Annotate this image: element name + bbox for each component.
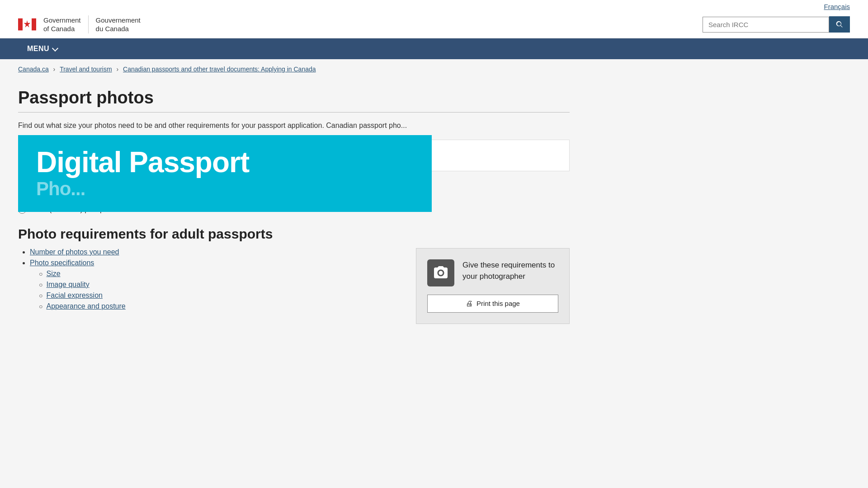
requirements-list: Number of photos you need Photo specific… bbox=[18, 248, 402, 310]
page-title: Passport photos bbox=[18, 88, 570, 108]
camera-icon bbox=[433, 265, 449, 281]
size-link[interactable]: Size bbox=[46, 270, 60, 278]
menu-button[interactable]: MENU bbox=[18, 38, 66, 59]
breadcrumb-separator-2: › bbox=[116, 66, 120, 73]
gov-name-fr-line1: Gouvernement bbox=[96, 16, 141, 25]
breadcrumb-separator-1: › bbox=[53, 66, 57, 73]
svg-rect-0 bbox=[18, 19, 23, 31]
image-quality-link[interactable]: Image quality bbox=[46, 281, 89, 289]
title-divider bbox=[18, 112, 570, 113]
photographer-card: Give these requirements to your photogra… bbox=[416, 248, 570, 324]
intro-text: Find out what size your photos need to b… bbox=[18, 120, 570, 131]
breadcrumb-item-1[interactable]: Canada.ca bbox=[18, 66, 49, 73]
list-item-photo-specs: Photo specifications Size Image quality … bbox=[30, 259, 402, 310]
gov-name-fr-line2: du Canada bbox=[96, 24, 141, 33]
sub-item-image-quality: Image quality bbox=[39, 281, 402, 289]
photo-specs-sublist: Size Image quality Facial expression App… bbox=[30, 270, 402, 310]
chevron-down-icon bbox=[52, 45, 58, 51]
sub-item-appearance-posture: Appearance and posture bbox=[39, 302, 402, 310]
banner-title: Digital Passport bbox=[36, 148, 414, 177]
svg-rect-1 bbox=[32, 19, 36, 31]
breadcrumb-item-3[interactable]: Canadian passports and other travel docu… bbox=[123, 66, 316, 73]
breadcrumb: Canada.ca › Travel and tourism › Canadia… bbox=[0, 59, 868, 79]
search-button[interactable] bbox=[829, 16, 850, 33]
appearance-posture-link[interactable]: Appearance and posture bbox=[46, 302, 125, 310]
canada-flag-icon bbox=[18, 15, 36, 33]
printer-icon: 🖨 bbox=[466, 300, 473, 308]
section-heading: Photo requirements for adult passports bbox=[18, 226, 570, 242]
language-toggle[interactable]: Français bbox=[824, 3, 850, 10]
menu-label: MENU bbox=[27, 45, 49, 53]
gov-name-en-line1: Government bbox=[43, 16, 81, 25]
gov-name-en-line2: of Canada bbox=[43, 24, 81, 33]
photo-specifications-link[interactable]: Photo specifications bbox=[30, 259, 94, 267]
list-item-number-of-photos: Number of photos you need bbox=[30, 248, 402, 256]
facial-expression-link[interactable]: Facial expression bbox=[46, 291, 103, 300]
sub-item-facial-expression: Facial expression bbox=[39, 291, 402, 300]
photographer-card-text: Give these requirements to your photogra… bbox=[462, 259, 558, 282]
breadcrumb-item-2[interactable]: Travel and tourism bbox=[60, 66, 112, 73]
digital-passport-banner: Digital Passport Pho... bbox=[18, 135, 432, 212]
print-button[interactable]: 🖨 Print this page bbox=[427, 295, 558, 313]
search-input[interactable] bbox=[703, 17, 829, 33]
sub-item-size: Size bbox=[39, 270, 402, 278]
banner-subtitle: Pho... bbox=[36, 178, 414, 199]
overlay-banner-container: W... Digital Passport Pho... bbox=[18, 140, 570, 171]
number-of-photos-link[interactable]: Number of photos you need bbox=[30, 248, 119, 256]
print-button-label: Print this page bbox=[476, 300, 520, 307]
